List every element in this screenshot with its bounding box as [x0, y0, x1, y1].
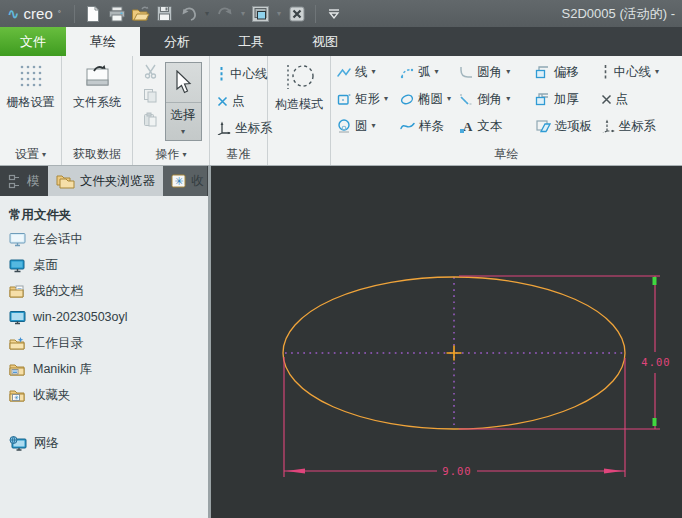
- in-session-icon: [9, 232, 26, 247]
- settings-group-label[interactable]: 设置 ▾: [0, 144, 61, 165]
- redo-dropdown[interactable]: ▾: [238, 3, 248, 25]
- chevron-down-icon: ▾: [182, 151, 186, 159]
- datum-centerline-button[interactable]: 中心线: [217, 64, 268, 84]
- get-data-group-label[interactable]: 获取数据: [62, 144, 132, 165]
- sketch-centerline-button[interactable]: 中心线 ▾: [601, 62, 680, 82]
- height-dimension-value[interactable]: 4.00: [641, 356, 670, 368]
- tab-sketch[interactable]: 草绘: [66, 27, 140, 56]
- width-dimension-value[interactable]: 9.00: [442, 465, 471, 477]
- folder-item-in-session[interactable]: 在会话中: [9, 226, 208, 252]
- open-button[interactable]: [130, 3, 152, 25]
- sketch-point-button[interactable]: 点: [601, 89, 680, 109]
- rectangle-button[interactable]: 矩形 ▾: [337, 89, 398, 109]
- tab-favorites[interactable]: ✳ 收: [163, 166, 207, 196]
- spline-button[interactable]: 样条: [400, 116, 457, 136]
- file-system-button[interactable]: 文件系统: [73, 56, 121, 144]
- cut-icon[interactable]: [143, 64, 158, 79]
- ellipse-center-point[interactable]: [447, 346, 462, 361]
- tab-view[interactable]: 视图: [288, 27, 362, 56]
- print-button[interactable]: [106, 3, 128, 25]
- datum-csys-label: 坐标系: [235, 120, 273, 137]
- text-icon: A: [459, 120, 473, 133]
- tab-file[interactable]: 文件: [0, 27, 66, 56]
- spline-label: 样条: [419, 118, 444, 135]
- folder-item-my-documents[interactable]: 我的文档: [9, 278, 208, 304]
- sketch-drawing: 4.00 9.00: [211, 166, 679, 518]
- customize-toolbar-button[interactable]: [323, 3, 345, 25]
- switch-windows-dropdown[interactable]: ▾: [274, 3, 284, 25]
- close-button[interactable]: [286, 3, 308, 25]
- undo-button[interactable]: [178, 3, 200, 25]
- palette-button[interactable]: 选项板: [535, 116, 599, 136]
- grid-settings-label: 栅格设置: [7, 94, 55, 111]
- new-file-icon: [85, 5, 101, 23]
- creo-logo: ∿ creo °: [7, 5, 61, 23]
- folder-item-manikin-library[interactable]: Manikin 库: [9, 356, 208, 382]
- selection-tick: [653, 418, 657, 426]
- sketch-canvas[interactable]: 4.00 9.00: [211, 166, 682, 518]
- offset-button[interactable]: 偏移: [535, 62, 599, 82]
- chamfer-label: 倒角: [477, 91, 502, 108]
- spline-icon: [400, 120, 415, 132]
- model-tree-label: 模: [27, 173, 40, 190]
- redo-button[interactable]: [214, 3, 236, 25]
- paste-icon[interactable]: [143, 112, 158, 127]
- line-label: 线: [355, 64, 368, 81]
- tab-tools[interactable]: 工具: [214, 27, 288, 56]
- save-button[interactable]: [154, 3, 176, 25]
- grid-settings-button[interactable]: 栅格设置: [7, 56, 55, 144]
- chevron-down-icon: ▾: [506, 68, 510, 76]
- creo-trademark-icon: °: [58, 9, 61, 18]
- rectangle-label: 矩形: [355, 91, 380, 108]
- tab-folder-browser[interactable]: 文件夹浏览器: [48, 166, 163, 196]
- my-documents-icon: [9, 284, 26, 299]
- construction-mode-label: 构造模式: [275, 96, 323, 113]
- copy-icon[interactable]: [143, 88, 158, 103]
- circle-button[interactable]: 圆 ▾: [337, 116, 398, 136]
- sketch-csys-button[interactable]: 坐标系: [601, 116, 680, 136]
- datum-point-button[interactable]: 点: [217, 91, 245, 111]
- undo-dropdown[interactable]: ▾: [202, 3, 212, 25]
- switch-windows-button[interactable]: [250, 3, 272, 25]
- chamfer-button[interactable]: 倒角 ▾: [459, 89, 533, 109]
- divider: [315, 5, 316, 23]
- ellipse-button[interactable]: 椭圆 ▾: [400, 89, 457, 109]
- circle-icon: [337, 119, 351, 133]
- select-button[interactable]: 选择 ▾: [165, 62, 202, 141]
- selection-tick: [653, 277, 657, 285]
- undo-icon: [180, 6, 198, 22]
- fillet-button[interactable]: 圆角 ▾: [459, 62, 533, 82]
- folder-item-computer[interactable]: win-20230503oyl: [9, 304, 208, 330]
- file-system-icon: [82, 63, 112, 89]
- fillet-label: 圆角: [477, 64, 502, 81]
- chevron-down-icon: ▾: [384, 95, 388, 103]
- construction-mode-button[interactable]: 构造模式: [275, 56, 323, 144]
- svg-text:✳: ✳: [174, 175, 183, 187]
- folder-item-favorites[interactable]: ✳ 收藏夹: [9, 382, 208, 408]
- tab-model-tree[interactable]: 模: [0, 166, 48, 196]
- folder-browser-label: 文件夹浏览器: [80, 173, 155, 190]
- dimension-arrow: [604, 468, 623, 473]
- rectangle-icon: [337, 93, 351, 106]
- creo-logo-text: creo: [24, 5, 53, 22]
- folder-item-desktop[interactable]: 桌面: [9, 252, 208, 278]
- select-label: 选择: [171, 103, 196, 124]
- thicken-button[interactable]: 加厚: [535, 89, 599, 109]
- svg-text:✳: ✳: [14, 393, 20, 400]
- folder-item-label: 桌面: [33, 257, 58, 274]
- line-icon: [337, 66, 351, 79]
- palette-label: 选项板: [555, 118, 593, 135]
- folder-item-working-directory[interactable]: 工作目录: [9, 330, 208, 356]
- operations-group-label[interactable]: 操作 ▾: [133, 144, 209, 165]
- datum-point-label: 点: [232, 93, 245, 110]
- favorites-tab-icon: ✳: [171, 174, 186, 188]
- new-file-button[interactable]: [82, 3, 104, 25]
- cursor-arrow-icon: [172, 70, 194, 96]
- datum-csys-button[interactable]: 坐标系: [217, 118, 273, 138]
- text-button[interactable]: A 文本: [459, 116, 533, 136]
- arc-button[interactable]: 弧 ▾: [400, 62, 457, 82]
- tab-analysis[interactable]: 分析: [140, 27, 214, 56]
- folder-item-network[interactable]: 网络: [9, 430, 208, 456]
- switch-windows-icon: [251, 5, 270, 23]
- line-button[interactable]: 线 ▾: [337, 62, 398, 82]
